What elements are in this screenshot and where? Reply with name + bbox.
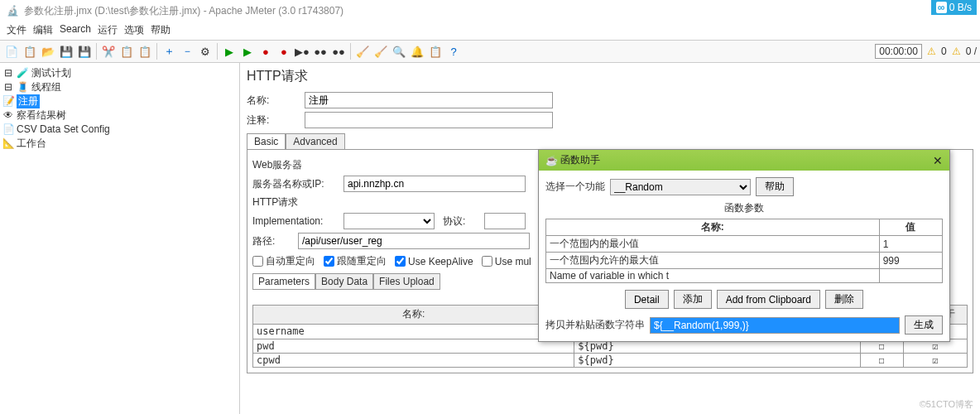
clear-all-icon[interactable]: 🧹 [372, 43, 389, 60]
remote-stop-icon[interactable]: ●● [312, 43, 329, 60]
tree-node-csv[interactable]: 📄CSV Data Set Config [2, 123, 238, 137]
tree-node-view-results[interactable]: 👁察看结果树 [2, 108, 238, 123]
function-helper-icon[interactable]: 📋 [427, 43, 444, 60]
menu-file[interactable]: 文件 [7, 23, 26, 38]
params-header: 函数参数 [545, 201, 943, 215]
cb-multipart[interactable]: Use mul [482, 254, 531, 268]
start-no-timers-icon[interactable]: ▶ [239, 43, 256, 60]
toggle-icon[interactable]: ⚙ [197, 43, 214, 60]
warning-icon: ⚠ [927, 46, 936, 57]
name-input[interactable] [305, 92, 553, 108]
comment-input[interactable] [305, 112, 553, 128]
java-icon: ☕ [545, 155, 558, 166]
copy-icon[interactable]: 📋 [118, 43, 135, 60]
tab-basic[interactable]: Basic [247, 133, 286, 149]
start-icon[interactable]: ▶ [221, 43, 238, 60]
tree-node-root[interactable]: ⊟🧪 测试计划 [2, 66, 238, 80]
infinity-icon: ∞ [936, 2, 947, 13]
toolbar: 📄 📋 📂 💾 💾 ✂️ 📋 📋 ＋ － ⚙ ▶ ▶ ● ● ▶● ●● ●● … [0, 40, 980, 63]
cb-followredirect[interactable]: 跟随重定向 [324, 254, 387, 268]
add-clipboard-button[interactable]: Add from Clipboard [717, 290, 820, 309]
impl-select[interactable] [343, 213, 435, 229]
testplan-icon: ⊟ [2, 66, 15, 80]
listener-icon: 👁 [2, 108, 15, 123]
remote-shutdown-icon[interactable]: ●● [330, 43, 347, 60]
function-params-table[interactable]: 名称:值 一个范围内的最小值1 一个范围内允许的最大值999 Name of v… [545, 219, 943, 283]
table-row[interactable]: 一个范围内允许的最大值999 [546, 253, 943, 269]
paramtab-bodydata[interactable]: Body Data [315, 273, 373, 290]
dialog-titlebar[interactable]: ☕ 函数助手 ✕ [539, 150, 949, 171]
http-sampler-icon: 📝 [2, 94, 15, 108]
tree-node-register[interactable]: 📝注册 [2, 94, 238, 108]
function-select[interactable]: __Random [610, 179, 751, 195]
menu-edit[interactable]: 编辑 [33, 23, 53, 38]
csv-icon: 📄 [2, 123, 15, 137]
detail-button[interactable]: Detail [625, 290, 669, 309]
proto-input[interactable] [484, 213, 526, 229]
tree-node-thread-group[interactable]: ⊟🧵 线程组 [2, 80, 238, 94]
comment-label: 注释: [247, 113, 305, 128]
paste-icon[interactable]: 📋 [137, 43, 153, 60]
toolbar-right: 00:00:00 ⚠ 0 ⚠ 0 / [875, 44, 977, 59]
menubar: 文件 编辑 Search 运行 选项 帮助 [0, 22, 980, 40]
table-row[interactable]: 一个范围内的最小值1 [546, 236, 943, 253]
window-titlebar: 🔬 参数化注册.jmx (D:\test\参数化注册.jmx) - Apache… [0, 0, 980, 22]
new-icon[interactable]: 📄 [3, 43, 20, 60]
elapsed-time: 00:00:00 [875, 44, 922, 59]
remote-start-icon[interactable]: ▶● [294, 43, 310, 60]
help-icon[interactable]: ? [445, 43, 462, 60]
search-icon[interactable]: 🔍 [391, 43, 407, 60]
save-icon[interactable]: 💾 [58, 43, 74, 60]
tab-advanced[interactable]: Advanced [286, 133, 344, 149]
stop-icon[interactable]: ● [257, 43, 274, 60]
path-input[interactable] [298, 233, 530, 249]
path-label: 路径: [252, 234, 298, 248]
separator [96, 43, 97, 60]
keepalive-checkbox[interactable] [395, 256, 406, 267]
network-speed: 0 B/s [949, 2, 972, 13]
templates-icon[interactable]: 📋 [22, 43, 38, 60]
table-row[interactable]: Name of variable in which t [546, 269, 943, 283]
paramtab-filesupload[interactable]: Files Upload [373, 273, 440, 290]
workbench-icon: 📐 [2, 137, 15, 151]
open-icon[interactable]: 📂 [40, 43, 56, 60]
name-label: 名称: [247, 94, 305, 108]
generate-button[interactable]: 生成 [905, 315, 943, 335]
col-name: 名称: [546, 219, 880, 236]
cut-icon[interactable]: ✂️ [100, 43, 117, 60]
window-title: 参数化注册.jmx (D:\test\参数化注册.jmx) - Apache J… [24, 4, 343, 18]
table-row[interactable]: cpwd ${pwd} ☐ ☑ [253, 354, 968, 368]
proto-label: 协议: [443, 214, 484, 229]
collapse-icon[interactable]: － [179, 43, 195, 60]
watermark: ©51CTO博客 [920, 398, 973, 411]
separator [350, 43, 351, 60]
paramtab-parameters[interactable]: Parameters [252, 273, 315, 290]
close-icon[interactable]: ✕ [933, 154, 943, 167]
server-input[interactable] [343, 176, 526, 192]
separator [217, 43, 218, 60]
shutdown-icon[interactable]: ● [276, 43, 292, 60]
tree-node-workbench[interactable]: 📐工作台 [2, 137, 238, 151]
save-as-icon[interactable]: 💾 [76, 43, 93, 60]
copy-label: 拷贝并粘贴函数字符串 [545, 318, 645, 332]
clear-icon[interactable]: 🧹 [354, 43, 371, 60]
multipart-checkbox[interactable] [482, 256, 492, 267]
separator [156, 43, 157, 60]
function-string-input[interactable] [650, 317, 900, 334]
delete-button[interactable]: 删除 [825, 290, 863, 309]
reset-search-icon[interactable]: 🔔 [409, 43, 425, 60]
menu-help[interactable]: 帮助 [151, 23, 171, 38]
help-button[interactable]: 帮助 [756, 177, 794, 196]
dialog-title: 函数助手 [560, 153, 600, 167]
followredirect-checkbox[interactable] [324, 256, 334, 267]
menu-run[interactable]: 运行 [98, 23, 118, 38]
test-plan-tree[interactable]: ⊟🧪 测试计划 ⊟🧵 线程组 📝注册 👁察看结果树 📄CSV Data Set … [0, 63, 240, 414]
warning-icon: ⚠ [952, 46, 961, 57]
autoredirect-checkbox[interactable] [252, 256, 263, 267]
menu-search[interactable]: Search [60, 23, 91, 38]
expand-icon[interactable]: ＋ [161, 43, 177, 60]
cb-autoredirect[interactable]: 自动重定向 [252, 254, 315, 268]
add-button[interactable]: 添加 [674, 290, 712, 309]
menu-options[interactable]: 选项 [124, 23, 144, 38]
cb-keepalive[interactable]: Use KeepAlive [395, 254, 473, 268]
